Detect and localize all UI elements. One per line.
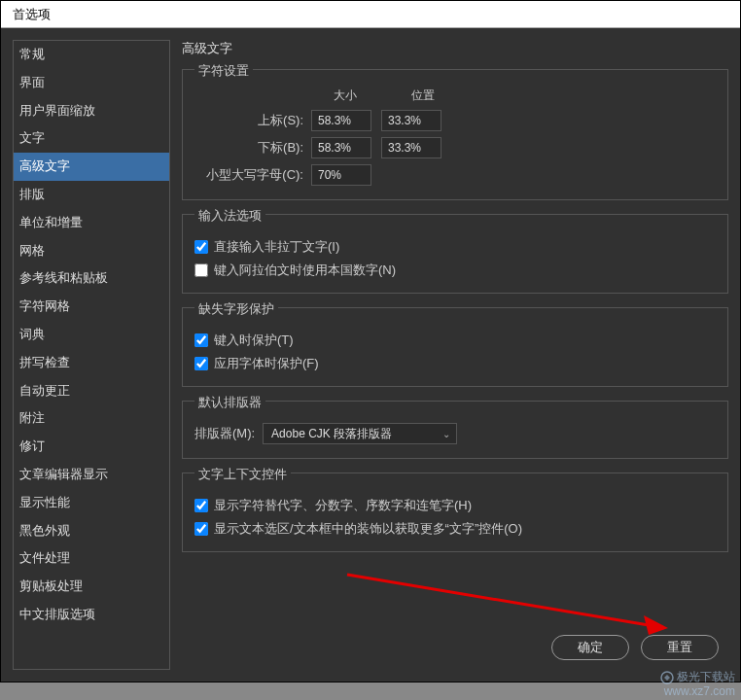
ime-group: 输入法选项 直接输入非拉丁文字(I) 键入阿拉伯文时使用本国数字(N) bbox=[182, 214, 728, 294]
glyph-font-label[interactable]: 应用字体时保护(F) bbox=[214, 355, 319, 372]
char-settings-column-headers: 大小 位置 bbox=[311, 88, 716, 104]
ime-arabic-label[interactable]: 键入阿拉伯文时使用本国数字(N) bbox=[214, 262, 396, 279]
sidebar-item-13[interactable]: 附注 bbox=[14, 404, 169, 433]
sidebar-list: 常规界面用户界面缩放文字高级文字排版单位和增量网格参考线和粘贴板字符网格词典拼写… bbox=[14, 41, 169, 629]
subscript-row: 下标(B): bbox=[194, 137, 716, 158]
glyph-font-row: 应用字体时保护(F) bbox=[194, 355, 716, 372]
sidebar-item-0[interactable]: 常规 bbox=[14, 41, 169, 69]
superscript-size-input[interactable] bbox=[311, 110, 371, 131]
sidebar-item-1[interactable]: 界面 bbox=[14, 69, 169, 97]
ime-legend: 输入法选项 bbox=[194, 207, 265, 225]
glyph-protect-legend: 缺失字形保护 bbox=[194, 300, 278, 318]
context-controls-group: 文字上下文控件 显示字符替代字、分数字、序数字和连笔字(H) 显示文本选区/文本… bbox=[182, 472, 728, 552]
page-title: 高级文字 bbox=[182, 40, 728, 57]
ctx-alternates-label[interactable]: 显示字符替代字、分数字、序数字和连笔字(H) bbox=[214, 497, 472, 514]
chevron-down-icon: ⌄ bbox=[442, 429, 450, 439]
smallcaps-input[interactable] bbox=[311, 164, 371, 186]
char-settings-group: 字符设置 大小 位置 上标(S): 下标(B): bbox=[182, 69, 728, 200]
smallcaps-label: 小型大写字母(C): bbox=[194, 166, 311, 184]
glyph-typing-checkbox[interactable] bbox=[194, 333, 208, 347]
sidebar-item-11[interactable]: 拼写检查 bbox=[14, 349, 169, 377]
sidebar-item-17[interactable]: 黑色外观 bbox=[14, 517, 169, 545]
sidebar-item-5[interactable]: 排版 bbox=[14, 181, 169, 209]
composer-row: 排版器(M): Adobe CJK 段落排版器 ⌄ bbox=[194, 423, 716, 444]
subscript-position-input[interactable] bbox=[381, 137, 441, 158]
sidebar-item-7[interactable]: 网格 bbox=[14, 237, 169, 265]
sidebar-item-14[interactable]: 修订 bbox=[14, 433, 169, 461]
glyph-typing-row: 键入时保护(T) bbox=[194, 332, 716, 349]
ime-arabic-checkbox[interactable] bbox=[194, 263, 208, 277]
ctx-alternates-checkbox[interactable] bbox=[194, 499, 208, 512]
ime-opt2-row: 键入阿拉伯文时使用本国数字(N) bbox=[194, 262, 716, 279]
svg-line-0 bbox=[347, 575, 649, 625]
sidebar-item-10[interactable]: 词典 bbox=[14, 321, 169, 349]
superscript-row: 上标(S): bbox=[194, 110, 716, 131]
composer-value: Adobe CJK 段落排版器 bbox=[271, 426, 392, 442]
dialog-actions: 确定 重置 bbox=[551, 635, 719, 660]
default-composer-legend: 默认排版器 bbox=[194, 394, 265, 411]
sidebar-item-8[interactable]: 参考线和粘贴板 bbox=[14, 264, 169, 293]
superscript-label: 上标(S): bbox=[194, 112, 311, 129]
ctx-ornaments-label[interactable]: 显示文本选区/文本框中的装饰以获取更多“文字”控件(O) bbox=[214, 520, 522, 538]
composer-label: 排版器(M): bbox=[194, 425, 255, 442]
smallcaps-row: 小型大写字母(C): bbox=[194, 164, 716, 186]
glyph-typing-label[interactable]: 键入时保护(T) bbox=[214, 332, 294, 349]
svg-marker-1 bbox=[644, 615, 668, 635]
annotation-arrow-icon bbox=[337, 565, 678, 643]
glyph-protect-group: 缺失字形保护 键入时保护(T) 应用字体时保护(F) bbox=[182, 307, 728, 387]
sidebar-item-3[interactable]: 文字 bbox=[14, 124, 169, 153]
preferences-dialog: 首选项 常规界面用户界面缩放文字高级文字排版单位和增量网格参考线和粘贴板字符网格… bbox=[0, 0, 741, 682]
sidebar-item-15[interactable]: 文章编辑器显示 bbox=[14, 461, 169, 489]
ime-opt1-row: 直接输入非拉丁文字(I) bbox=[194, 238, 716, 256]
dialog-title: 首选项 bbox=[1, 1, 740, 28]
dialog-body: 常规界面用户界面缩放文字高级文字排版单位和增量网格参考线和粘贴板字符网格词典拼写… bbox=[1, 28, 740, 682]
char-settings-legend: 字符设置 bbox=[194, 62, 253, 80]
context-controls-legend: 文字上下文控件 bbox=[194, 466, 291, 483]
sidebar-item-18[interactable]: 文件处理 bbox=[14, 544, 169, 573]
watermark-line2: www.xz7.com bbox=[660, 684, 735, 698]
superscript-position-input[interactable] bbox=[381, 110, 441, 131]
sidebar: 常规界面用户界面缩放文字高级文字排版单位和增量网格参考线和粘贴板字符网格词典拼写… bbox=[13, 40, 170, 670]
sidebar-item-6[interactable]: 单位和增量 bbox=[14, 209, 169, 237]
ctx-opt2-row: 显示文本选区/文本框中的装饰以获取更多“文字”控件(O) bbox=[194, 520, 716, 538]
subscript-label: 下标(B): bbox=[194, 139, 311, 157]
ctx-opt1-row: 显示字符替代字、分数字、序数字和连笔字(H) bbox=[194, 497, 716, 514]
sidebar-item-4[interactable]: 高级文字 bbox=[14, 153, 169, 181]
default-composer-group: 默认排版器 排版器(M): Adobe CJK 段落排版器 ⌄ bbox=[182, 401, 728, 459]
ctx-ornaments-checkbox[interactable] bbox=[194, 522, 208, 536]
sidebar-item-2[interactable]: 用户界面缩放 bbox=[14, 97, 169, 125]
sidebar-item-19[interactable]: 剪贴板处理 bbox=[14, 573, 169, 601]
ime-nonlatin-checkbox[interactable] bbox=[194, 240, 208, 254]
glyph-font-checkbox[interactable] bbox=[194, 357, 208, 370]
sidebar-item-12[interactable]: 自动更正 bbox=[14, 377, 169, 405]
composer-select[interactable]: Adobe CJK 段落排版器 ⌄ bbox=[263, 423, 457, 444]
sidebar-item-9[interactable]: 字符网格 bbox=[14, 293, 169, 321]
col-header-size: 大小 bbox=[311, 88, 379, 104]
content-panel: 高级文字 字符设置 大小 位置 上标(S): 下标( bbox=[182, 40, 728, 670]
reset-button[interactable]: 重置 bbox=[641, 635, 719, 660]
subscript-size-input[interactable] bbox=[311, 137, 371, 158]
ime-nonlatin-label[interactable]: 直接输入非拉丁文字(I) bbox=[214, 238, 339, 256]
col-header-position: 位置 bbox=[389, 88, 457, 104]
ok-button[interactable]: 确定 bbox=[551, 635, 629, 660]
sidebar-item-16[interactable]: 显示性能 bbox=[14, 489, 169, 517]
sidebar-item-20[interactable]: 中文排版选项 bbox=[14, 601, 169, 629]
